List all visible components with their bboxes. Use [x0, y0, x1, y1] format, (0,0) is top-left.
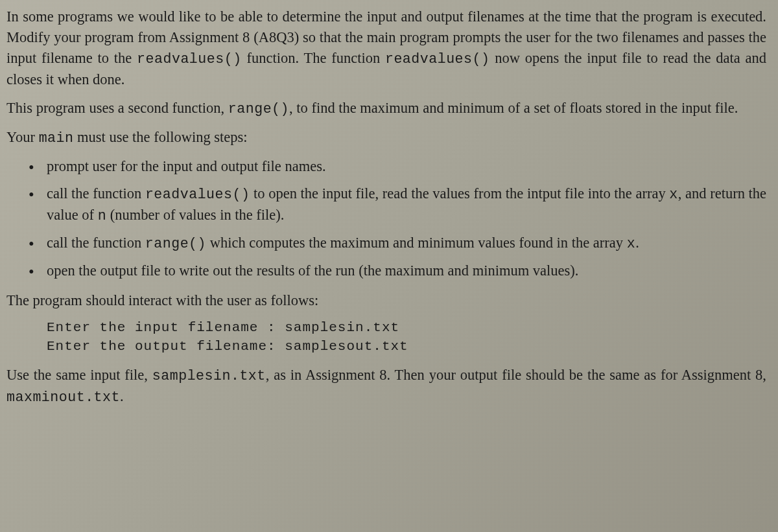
text: Your [6, 129, 39, 145]
text: prompt user for the input and output fil… [47, 158, 326, 174]
text: (number of values in the file). [106, 207, 284, 223]
code-main: main [39, 130, 74, 146]
list-item: call the function range() which computes… [47, 233, 766, 254]
text: This program uses a second function, [6, 100, 228, 116]
text: which computes the maximum and minimum v… [206, 235, 627, 251]
outro-paragraph: Use the same input file, samplesin.txt, … [6, 365, 766, 408]
intro-paragraph-3: Your main must use the following steps: [6, 127, 766, 148]
code-samplesin: samplesin.txt [152, 368, 266, 384]
steps-list: prompt user for the input and output fil… [6, 156, 766, 281]
text: call the function [47, 235, 145, 251]
text: open the output file to write out the re… [47, 262, 578, 279]
code-n: n [98, 208, 106, 224]
code-readvalues: readvalues() [145, 187, 250, 202]
intro-paragraph-2: This program uses a second function, ran… [6, 98, 766, 119]
list-item: call the function readvalues() to open t… [47, 183, 766, 226]
code-maxminout: maxminout.txt [6, 389, 120, 405]
text: must use the following steps: [73, 129, 247, 145]
text: . [635, 235, 639, 251]
sample-line-2: Enter the output filename: samplesout.tx… [47, 339, 408, 354]
interaction-sample: Enter the input filename : samplesin.txt… [47, 319, 766, 356]
intro-paragraph-1: In some programs we would like to be abl… [6, 6, 766, 90]
code-readvalues: readvalues() [385, 51, 490, 67]
text: . [120, 388, 124, 404]
list-item: open the output file to write out the re… [47, 260, 766, 281]
code-x: x [669, 187, 678, 202]
assignment-page: In some programs we would like to be abl… [0, 0, 778, 427]
interaction-lead: The program should interact with the use… [6, 290, 766, 311]
text: function. The function [242, 50, 385, 66]
text: Use the same input file, [6, 367, 152, 383]
code-range: range() [145, 236, 206, 251]
text: The program should interact with the use… [6, 292, 318, 308]
text: , as in Assignment 8. Then your output f… [266, 367, 766, 383]
sample-line-1: Enter the input filename : samplesin.txt [47, 320, 399, 335]
text: to open the input file, read the values … [250, 185, 669, 202]
text: call the function [47, 185, 145, 202]
code-readvalues: readvalues() [137, 51, 242, 67]
text: , to find the maximum and minimum of a s… [289, 100, 738, 116]
list-item: prompt user for the input and output fil… [47, 156, 766, 177]
code-range: range() [228, 101, 289, 117]
code-x: x [627, 236, 635, 251]
